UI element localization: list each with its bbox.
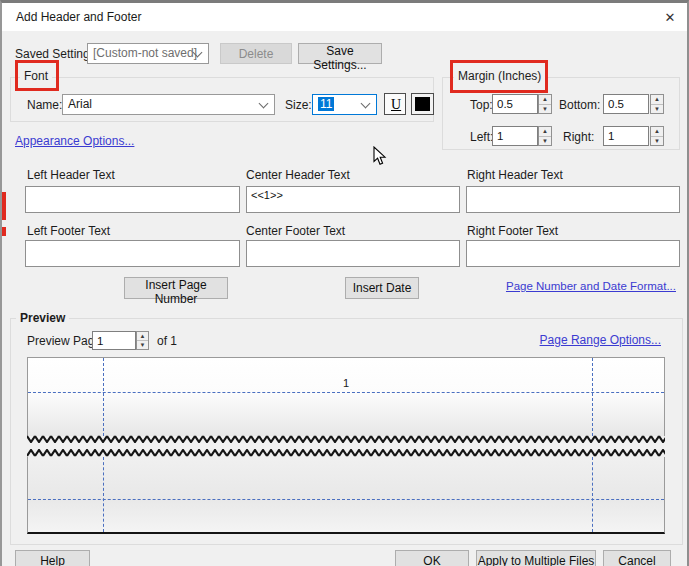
center-footer-text-label: Center Footer Text xyxy=(246,224,345,238)
spin-down-icon[interactable]: ▼ xyxy=(539,137,551,146)
mouse-cursor xyxy=(373,146,387,166)
margin-left-spinner[interactable]: ▲▼ xyxy=(538,126,552,146)
title-bar: Add Header and Footer ✕ xyxy=(2,3,687,31)
ok-button[interactable]: OK xyxy=(395,550,469,566)
color-swatch xyxy=(415,97,430,111)
center-header-text-field[interactable]: <<1>> xyxy=(246,186,460,213)
save-settings-button[interactable]: Save Settings... xyxy=(298,43,382,64)
center-header-text-label: Center Header Text xyxy=(246,168,350,182)
preview-page-bottom xyxy=(27,457,665,534)
insert-page-number-button[interactable]: Insert Page Number xyxy=(124,277,228,299)
margin-right-label: Right: xyxy=(563,130,594,144)
margin-left-label: Left: xyxy=(470,130,493,144)
close-icon[interactable]: ✕ xyxy=(658,7,682,28)
window-title: Add Header and Footer xyxy=(16,10,141,24)
right-margin-guide xyxy=(592,358,593,436)
apply-to-multiple-files-button[interactable]: Apply to Multiple Files xyxy=(476,550,596,566)
saved-settings-value: [Custom-not saved] xyxy=(93,46,197,60)
right-footer-text-field[interactable] xyxy=(466,240,680,267)
right-footer-text-label: Right Footer Text xyxy=(467,224,558,238)
font-name-dropdown[interactable]: Arial xyxy=(62,94,275,115)
spin-up-icon[interactable]: ▲ xyxy=(137,332,148,341)
font-color-button[interactable] xyxy=(411,93,434,115)
margin-bottom-spinner[interactable]: ▲▼ xyxy=(650,94,664,114)
torn-edge-bottom xyxy=(27,449,665,457)
delete-button[interactable]: Delete xyxy=(220,43,292,64)
cancel-button[interactable]: Cancel xyxy=(603,550,671,566)
margin-group-label: Margin (Inches) xyxy=(454,69,545,83)
page-number-preview: 1 xyxy=(28,377,664,389)
right-margin-guide xyxy=(592,457,593,532)
margin-right-spinner[interactable]: ▲▼ xyxy=(650,126,664,146)
spin-up-icon[interactable]: ▲ xyxy=(539,95,551,105)
left-footer-text-field[interactable] xyxy=(25,240,240,267)
preview-page-top: 1 xyxy=(27,357,665,436)
margin-top-spinner[interactable]: ▲▼ xyxy=(538,94,552,114)
spin-down-icon[interactable]: ▼ xyxy=(539,105,551,114)
torn-edge-top xyxy=(27,435,665,443)
spin-down-icon[interactable]: ▼ xyxy=(651,137,663,146)
left-margin-guide xyxy=(103,358,104,436)
chevron-down-icon xyxy=(259,99,269,109)
preview-page-spinner[interactable]: ▲▼ xyxy=(136,331,149,350)
spin-down-icon[interactable]: ▼ xyxy=(137,341,148,349)
margin-bottom-input[interactable] xyxy=(603,94,649,114)
font-name-value: Arial xyxy=(68,97,92,111)
left-margin-guide xyxy=(103,457,104,532)
page-count-label: of 1 xyxy=(157,334,177,348)
margin-left-input[interactable] xyxy=(492,126,538,146)
preview-group-label: Preview xyxy=(16,311,69,325)
margin-right-input[interactable] xyxy=(603,126,649,146)
font-size-value: 11 xyxy=(318,97,334,111)
spin-down-icon[interactable]: ▼ xyxy=(651,105,663,114)
font-size-dropdown[interactable]: 11 xyxy=(312,94,377,115)
spin-up-icon[interactable]: ▲ xyxy=(539,127,551,137)
footer-margin-guide xyxy=(28,499,664,500)
spin-up-icon[interactable]: ▲ xyxy=(651,127,663,137)
chevron-down-icon xyxy=(361,99,371,109)
center-footer-text-field[interactable] xyxy=(246,240,460,267)
appearance-options-link[interactable]: Appearance Options... xyxy=(15,134,134,148)
page-number-date-format-link[interactable]: Page Number and Date Format... xyxy=(506,280,676,292)
page-range-options-link[interactable]: Page Range Options... xyxy=(540,333,661,347)
left-header-text-field[interactable] xyxy=(25,186,240,213)
font-group-label: Font xyxy=(20,69,52,83)
left-footer-text-label: Left Footer Text xyxy=(27,224,110,238)
preview-page-label: Preview Page xyxy=(27,334,101,348)
right-header-text-field[interactable] xyxy=(466,186,680,213)
margin-top-label: Top: xyxy=(470,98,493,112)
header-margin-guide xyxy=(28,392,664,393)
add-header-footer-dialog: Add Header and Footer ✕ Saved Settings: … xyxy=(0,0,689,566)
help-button[interactable]: Help xyxy=(15,550,90,566)
insert-date-button[interactable]: Insert Date xyxy=(345,277,419,299)
margin-bottom-label: Bottom: xyxy=(559,98,600,112)
right-header-text-label: Right Header Text xyxy=(467,168,563,182)
font-name-label: Name: xyxy=(27,98,62,112)
red-edge-mark xyxy=(2,227,6,236)
margin-top-input[interactable] xyxy=(492,94,538,114)
underline-button[interactable]: U xyxy=(384,93,406,115)
font-size-label: Size: xyxy=(285,98,312,112)
spin-up-icon[interactable]: ▲ xyxy=(651,95,663,105)
preview-page-input[interactable] xyxy=(92,331,136,350)
saved-settings-dropdown[interactable]: [Custom-not saved] xyxy=(87,43,209,64)
left-header-text-label: Left Header Text xyxy=(27,168,115,182)
red-edge-mark xyxy=(2,192,6,220)
